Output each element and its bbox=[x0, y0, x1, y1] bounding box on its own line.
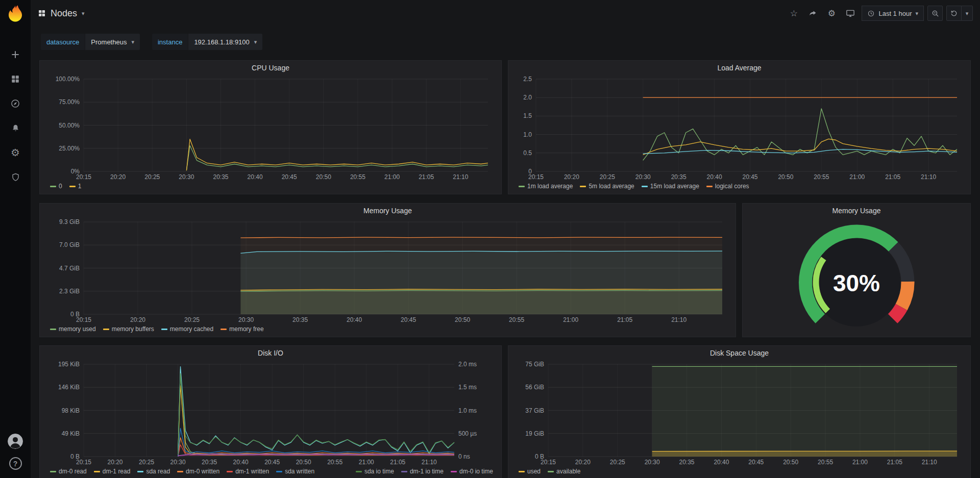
legend-series-label: dm-1 written bbox=[235, 468, 269, 475]
legend-item[interactable]: memory cached bbox=[161, 325, 213, 333]
sidebar-item-server-admin[interactable] bbox=[10, 171, 21, 183]
time-picker-button[interactable]: Last 1 hour ▾ bbox=[862, 6, 924, 21]
legend-item[interactable]: sda io time bbox=[356, 468, 394, 475]
legend-item[interactable]: memory free bbox=[220, 325, 263, 333]
svg-text:21:00: 21:00 bbox=[384, 173, 400, 181]
panel-title[interactable]: CPU Usage bbox=[44, 61, 497, 75]
chevron-down-icon: ▾ bbox=[915, 10, 918, 17]
user-avatar[interactable] bbox=[8, 434, 23, 449]
sidebar-item-explore[interactable] bbox=[10, 98, 21, 109]
svg-text:21:00: 21:00 bbox=[563, 316, 578, 323]
svg-text:0 B: 0 B bbox=[70, 453, 80, 460]
memory-usage-gauge[interactable]: 30% bbox=[747, 218, 966, 337]
disk-io-legend: dm-0 readdm-1 readsda readdm-0 writtendm… bbox=[44, 467, 497, 478]
disk-space-chart[interactable]: 20:1520:2020:2520:3020:3520:4020:4520:50… bbox=[512, 360, 966, 467]
svg-text:0%: 0% bbox=[71, 168, 80, 175]
cpu-usage-chart[interactable]: 20:1520:2020:2520:3020:3520:4020:4520:50… bbox=[44, 75, 497, 182]
legend-series-color bbox=[519, 186, 525, 187]
variable-datasource-value[interactable]: Prometheus ▾ bbox=[85, 34, 140, 50]
legend-item[interactable]: 15m load average bbox=[642, 183, 699, 190]
panel-title[interactable]: Memory Usage bbox=[44, 204, 731, 218]
svg-text:21:05: 21:05 bbox=[390, 459, 405, 466]
svg-text:1.5 ms: 1.5 ms bbox=[458, 384, 477, 391]
svg-text:20:35: 20:35 bbox=[671, 173, 687, 181]
svg-text:20:40: 20:40 bbox=[233, 459, 249, 466]
legend-series-label: dm-0 read bbox=[59, 468, 87, 475]
disk-io-chart[interactable]: 20:1520:2020:2520:3020:3520:4020:4520:50… bbox=[44, 360, 497, 467]
svg-text:75.00%: 75.00% bbox=[59, 98, 80, 106]
load-average-chart[interactable]: 20:1520:2020:2520:3020:3520:4020:4520:50… bbox=[512, 75, 966, 182]
grafana-flame-icon bbox=[6, 4, 25, 23]
zoom-out-button[interactable] bbox=[927, 6, 943, 21]
legend-item[interactable]: sda read bbox=[137, 468, 170, 475]
svg-text:21:05: 21:05 bbox=[887, 459, 902, 466]
load-average-legend: 1m load average5m load average15m load a… bbox=[512, 182, 966, 194]
refresh-interval-button[interactable]: ▾ bbox=[962, 6, 973, 21]
legend-series-color bbox=[227, 471, 233, 472]
refresh-button[interactable] bbox=[946, 6, 962, 21]
legend-item[interactable]: 5m load average bbox=[580, 183, 634, 190]
legend-item[interactable]: 1m load average bbox=[519, 183, 573, 190]
legend-item[interactable]: dm-0 read bbox=[50, 468, 87, 475]
panel-title[interactable]: Disk Space Usage bbox=[512, 346, 966, 360]
star-button[interactable]: ☆ bbox=[786, 6, 801, 21]
svg-text:0: 0 bbox=[528, 168, 532, 175]
legend-item[interactable]: memory buffers bbox=[103, 325, 154, 333]
legend-series-label: sda read bbox=[146, 468, 170, 475]
legend-series-color bbox=[50, 471, 56, 472]
dashboard-title-button[interactable]: Nodes ▾ bbox=[38, 8, 85, 19]
svg-text:9.3 GiB: 9.3 GiB bbox=[59, 218, 80, 225]
svg-text:20:30: 20:30 bbox=[179, 173, 194, 181]
legend-item[interactable]: dm-1 read bbox=[94, 468, 131, 475]
panel-cpu-usage: CPU Usage 20:1520:2020:2520:3020:3520:40… bbox=[39, 60, 502, 194]
legend-item[interactable]: used bbox=[519, 468, 541, 475]
variable-instance-value[interactable]: 192.168.1.18:9100 ▾ bbox=[188, 34, 262, 50]
legend-item[interactable]: 1 bbox=[69, 183, 82, 190]
legend-item[interactable]: memory used bbox=[50, 325, 96, 333]
sidebar-item-alerting[interactable] bbox=[10, 122, 21, 134]
panel-title[interactable]: Load Average bbox=[512, 61, 966, 75]
legend-item[interactable]: 0 bbox=[50, 183, 62, 190]
legend-item[interactable]: sda written bbox=[276, 468, 314, 475]
legend-series-label: memory free bbox=[229, 325, 263, 333]
svg-text:37 GiB: 37 GiB bbox=[525, 407, 544, 414]
svg-text:25.00%: 25.00% bbox=[59, 145, 80, 152]
cycle-view-button[interactable] bbox=[843, 6, 858, 21]
help-button[interactable]: ? bbox=[9, 457, 22, 470]
gear-icon: ⚙ bbox=[11, 147, 20, 158]
legend-item[interactable]: dm-1 written bbox=[227, 468, 269, 475]
panel-load-average: Load Average 20:1520:2020:2520:3020:3520… bbox=[508, 60, 971, 194]
legend-series-color bbox=[137, 471, 143, 472]
variable-instance: instance 192.168.1.18:9100 ▾ bbox=[152, 34, 262, 50]
legend-series-color bbox=[50, 186, 56, 187]
svg-text:21:10: 21:10 bbox=[921, 173, 936, 181]
legend-series-label: 0 bbox=[59, 183, 62, 190]
svg-text:20:35: 20:35 bbox=[202, 459, 217, 466]
svg-text:20:25: 20:25 bbox=[600, 173, 615, 181]
svg-text:20:45: 20:45 bbox=[401, 316, 416, 323]
svg-text:49 KiB: 49 KiB bbox=[62, 430, 80, 437]
variable-datasource-label: datasource bbox=[41, 34, 85, 50]
legend-series-color bbox=[177, 471, 183, 472]
legend-item[interactable]: available bbox=[548, 468, 580, 475]
dashboard-settings-button[interactable]: ⚙ bbox=[824, 6, 839, 21]
svg-text:20:20: 20:20 bbox=[575, 459, 591, 466]
share-button[interactable] bbox=[805, 6, 820, 21]
svg-text:146 KiB: 146 KiB bbox=[58, 384, 80, 391]
legend-item[interactable]: logical cores bbox=[706, 183, 749, 190]
grafana-logo[interactable] bbox=[6, 4, 25, 23]
memory-usage-chart[interactable]: 20:1520:2020:2520:3020:3520:4020:4520:50… bbox=[44, 218, 731, 324]
sidebar-item-configuration[interactable]: ⚙ bbox=[10, 147, 21, 158]
panel-title[interactable]: Memory Usage bbox=[747, 204, 966, 218]
svg-text:20:50: 20:50 bbox=[296, 459, 311, 466]
sidebar-item-create[interactable] bbox=[10, 49, 21, 60]
svg-text:100.00%: 100.00% bbox=[56, 76, 80, 83]
panel-title[interactable]: Disk I/O bbox=[44, 346, 497, 360]
sidebar-item-dashboards[interactable] bbox=[10, 73, 21, 85]
svg-text:21:05: 21:05 bbox=[885, 173, 900, 181]
legend-item[interactable]: dm-1 io time bbox=[401, 468, 444, 475]
help-icon: ? bbox=[13, 460, 18, 468]
legend-item[interactable]: dm-0 written bbox=[177, 468, 219, 475]
svg-text:0 B: 0 B bbox=[535, 453, 544, 460]
legend-item[interactable]: dm-0 io time bbox=[451, 468, 493, 475]
